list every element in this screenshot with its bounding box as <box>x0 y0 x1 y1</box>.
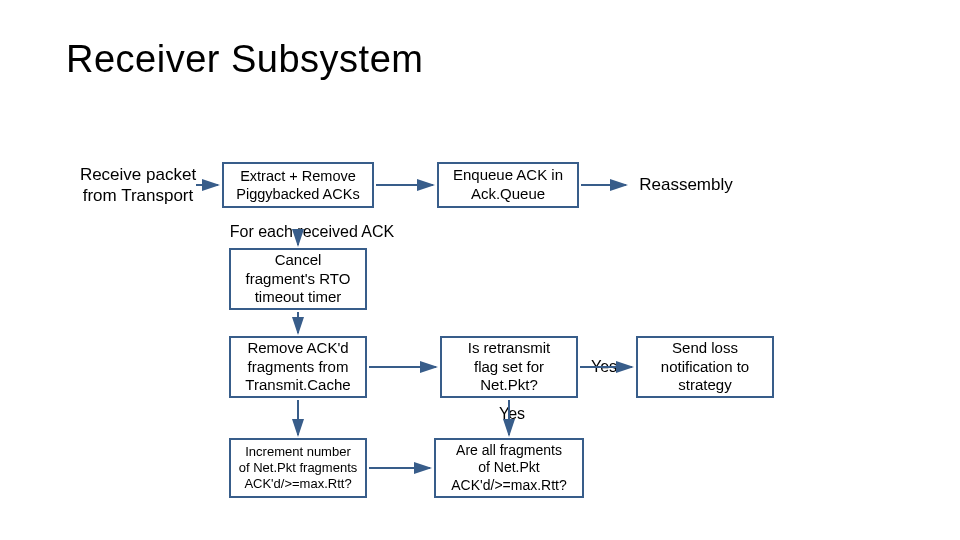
box-all-fragments: Are all fragmentsof Net.PktACK'd/>=max.R… <box>434 438 584 498</box>
box-increment: Increment numberof Net.Pkt fragmentsACK'… <box>229 438 367 498</box>
label-yes-below: Yes <box>492 404 532 424</box>
label-reassembly: Reassembly <box>626 174 746 195</box>
box-is-retransmit: Is retransmitflag set forNet.Pkt? <box>440 336 578 398</box>
page-title: Receiver Subsystem <box>66 38 423 81</box>
label-yes-right: Yes <box>584 357 624 377</box>
box-send-loss: Send lossnotification tostrategy <box>636 336 774 398</box>
box-remove-ackd: Remove ACK'dfragments fromTransmit.Cache <box>229 336 367 398</box>
label-for-each-ack: For each received ACK <box>218 222 406 242</box>
box-extract-remove: Extract + RemovePiggybacked ACKs <box>222 162 374 208</box>
box-cancel-rto: Cancelfragment's RTOtimeout timer <box>229 248 367 310</box>
label-receive-packet: Receive packetfrom Transport <box>78 164 198 207</box>
box-enqueue-ack: Enqueue ACK inAck.Queue <box>437 162 579 208</box>
